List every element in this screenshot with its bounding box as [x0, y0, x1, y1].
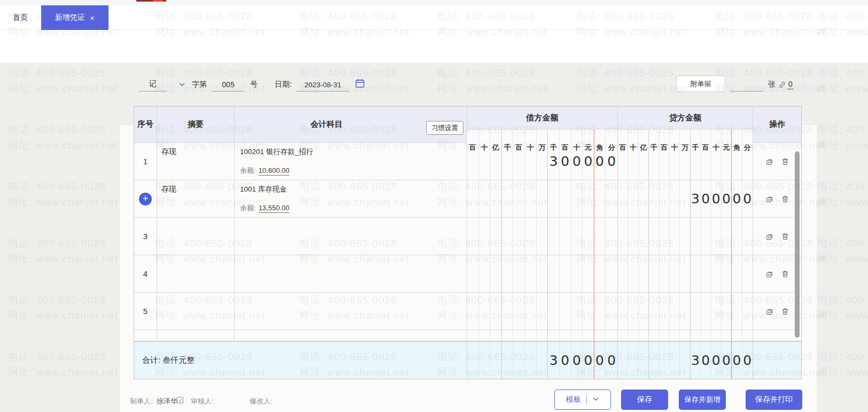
delete-row-icon[interactable] — [781, 195, 789, 203]
digit-cell[interactable] — [732, 293, 742, 330]
digit-cell[interactable] — [742, 143, 753, 180]
digit-cell[interactable]: 0 — [560, 342, 571, 379]
digit-cell[interactable] — [711, 330, 721, 341]
digit-cell[interactable] — [722, 293, 732, 330]
digit-cell[interactable] — [660, 255, 670, 292]
digit-cell[interactable] — [670, 293, 680, 330]
debit-amount-cell[interactable] — [467, 180, 618, 218]
digit-cell[interactable] — [525, 342, 537, 379]
digit-cell[interactable] — [711, 293, 721, 330]
digit-cell[interactable] — [548, 218, 560, 255]
digit-cell[interactable] — [691, 293, 701, 330]
digit-cell[interactable] — [479, 342, 491, 379]
save-and-print-button[interactable]: 保存并打印 — [746, 390, 802, 410]
digit-cell[interactable] — [606, 218, 617, 255]
digit-cell[interactable] — [701, 330, 711, 341]
digit-cell[interactable] — [649, 293, 659, 330]
balance-link[interactable]: 13,550.00 — [259, 204, 290, 213]
credit-amount-cell[interactable] — [618, 143, 753, 180]
digit-cell[interactable] — [502, 255, 514, 292]
digit-cell[interactable] — [732, 330, 742, 341]
summary-cell[interactable] — [157, 218, 235, 255]
digit-cell[interactable]: 0 — [742, 180, 753, 217]
tab-close-icon[interactable]: × — [90, 13, 95, 22]
voucher-number-input[interactable]: 005 — [213, 77, 244, 91]
credit-amount-cell[interactable]: 300000 — [618, 180, 753, 218]
digit-cell[interactable] — [490, 255, 502, 292]
template-button[interactable]: 模板 — [554, 390, 611, 410]
digit-cell[interactable] — [490, 218, 502, 255]
digit-cell[interactable] — [722, 218, 732, 255]
digit-cell[interactable] — [583, 293, 594, 330]
delete-row-icon[interactable] — [781, 157, 789, 166]
digit-cell[interactable] — [479, 293, 491, 330]
digit-cell[interactable] — [571, 180, 583, 217]
digit-cell[interactable] — [701, 218, 711, 255]
digit-cell[interactable]: 0 — [742, 342, 753, 379]
digit-cell[interactable] — [594, 255, 606, 292]
account-cell[interactable]: 100201 银行存款_招行余额:10,600.00 — [235, 143, 467, 180]
digit-cell[interactable] — [594, 330, 606, 341]
digit-cell[interactable] — [670, 180, 680, 217]
digit-cell[interactable] — [548, 293, 560, 330]
voucher-word-select[interactable]: 记 — [139, 77, 167, 91]
digit-cell[interactable] — [525, 293, 537, 330]
digit-cell[interactable]: 0 — [711, 180, 721, 217]
digit-cell[interactable] — [691, 330, 701, 341]
digit-cell[interactable] — [502, 143, 514, 180]
digit-cell[interactable]: 0 — [583, 342, 594, 379]
digit-cell[interactable] — [479, 180, 491, 217]
edit-creator-icon[interactable] — [176, 396, 184, 406]
digit-cell[interactable] — [742, 330, 753, 341]
digit-cell[interactable] — [479, 255, 491, 292]
delete-row-icon[interactable] — [781, 232, 789, 241]
account-cell[interactable] — [235, 255, 467, 293]
digit-cell[interactable] — [594, 293, 606, 330]
digit-cell[interactable] — [537, 218, 548, 255]
digit-cell[interactable] — [502, 293, 514, 330]
digit-cell[interactable] — [537, 342, 548, 379]
digit-cell[interactable] — [691, 218, 701, 255]
digit-cell[interactable] — [479, 330, 491, 341]
digit-cell[interactable] — [537, 255, 548, 292]
add-row-button[interactable]: + — [139, 193, 152, 205]
digit-cell[interactable] — [513, 255, 525, 292]
digit-cell[interactable] — [701, 255, 711, 292]
digit-cell[interactable] — [670, 218, 680, 255]
digit-cell[interactable]: 0 — [701, 180, 711, 217]
digit-cell[interactable] — [513, 342, 525, 379]
digit-cell[interactable] — [525, 143, 537, 180]
digit-cell[interactable] — [537, 180, 548, 217]
digit-cell[interactable]: 3 — [548, 143, 560, 180]
digit-cell[interactable] — [594, 218, 606, 255]
vertical-scrollbar[interactable] — [795, 151, 800, 338]
digit-cell[interactable] — [628, 255, 638, 292]
digit-cell[interactable] — [742, 293, 753, 330]
digit-cell[interactable] — [649, 330, 659, 341]
digit-cell[interactable] — [618, 218, 628, 255]
link-icon[interactable] — [778, 81, 786, 91]
digit-cell[interactable] — [502, 342, 514, 379]
save-button[interactable]: 保存 — [621, 390, 668, 410]
digit-cell[interactable] — [660, 293, 670, 330]
digit-cell[interactable] — [691, 255, 701, 292]
delete-row-icon[interactable] — [781, 307, 789, 316]
digit-cell[interactable] — [680, 255, 690, 292]
digit-cell[interactable] — [502, 330, 514, 341]
delete-row-icon[interactable] — [781, 270, 789, 278]
digit-cell[interactable]: 0 — [606, 342, 617, 379]
digit-cell[interactable] — [571, 255, 583, 292]
digit-cell[interactable] — [606, 293, 617, 330]
digit-cell[interactable] — [548, 330, 560, 341]
digit-cell[interactable]: 0 — [583, 143, 594, 180]
digit-cell[interactable]: 0 — [606, 143, 617, 180]
digit-cell[interactable] — [513, 143, 525, 180]
summary-cell[interactable] — [157, 255, 235, 293]
digit-cell[interactable] — [606, 255, 617, 292]
digit-cell[interactable] — [670, 342, 680, 379]
credit-amount-cell[interactable] — [618, 218, 753, 255]
copy-row-icon[interactable] — [765, 195, 774, 203]
digit-cell[interactable] — [618, 342, 628, 379]
save-and-new-button[interactable]: 保存并新增 — [679, 390, 726, 410]
digit-cell[interactable]: 0 — [594, 143, 606, 180]
